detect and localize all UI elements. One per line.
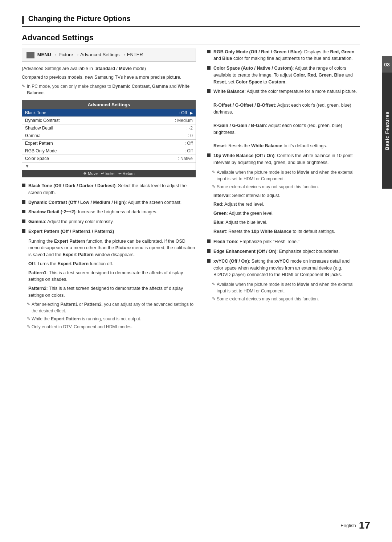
bullet-icon [22,200,25,204]
bullet-icon [207,89,211,93]
table-row[interactable]: Color Space : Native [22,155,196,163]
intro-note2: Compared to previous models, new Samsung… [22,74,196,81]
expert-note3: ✎ Only enabled in DTV, Component and HDM… [27,324,196,330]
xvycc-note1: ✎ Available when the picture mode is set… [212,281,360,294]
bullet-icon [22,219,25,223]
table-row[interactable]: RGB Only Mode : Off [22,147,196,155]
main-content: Changing the Picture Options Advanced Se… [0,0,378,542]
table-footer: ❖ Move ↵ Enter ↩ Return [22,170,196,177]
bullet-black-tone: Black Tone (Off / Dark / Darker / Darkes… [22,182,196,196]
10p-note1: ✎ Available when the picture mode is set… [212,169,360,182]
bullet-gamma: Gamma: Adjust the primary color intensit… [22,218,196,225]
expert-note2: ✎ While the Expert Pattern is running, s… [27,316,196,322]
section-header: Changing the Picture Options [22,15,360,27]
bullet-rgb-only: RGB Only Mode (Off / Red / Green / Blue)… [207,49,360,62]
bullet-icon [207,50,211,53]
intro-note1: (Advanced Settings are available in Stan… [22,65,196,72]
menu-icon: ☰ [26,52,34,58]
table-header: Advanced Settings [22,100,196,109]
expert-note1: ✎ After selecting Pattern1 or Pattern2, … [27,301,196,314]
bullet-icon [207,66,211,70]
bullet-icon [207,153,211,157]
10p-green: Green: Adjust the green level. [213,210,360,217]
xvycc-note2: ✎ Some external devices may not support … [212,296,360,302]
language-label: English [340,523,356,528]
bullet-icon [22,210,25,213]
subsection-title: Advanced Settings [22,33,360,45]
bullet-color-space: Color Space (Auto / Native / Custom): Ad… [207,65,360,85]
10p-reset: Reset: Resets the 10p White Balance to i… [213,228,360,235]
bullet-icon [22,184,25,187]
page-number: 17 [359,520,370,531]
side-tab: 03 Basic Features [378,0,392,542]
page-footer: English 17 [340,520,370,531]
10p-blue: Blue: Adjust the blue level. [213,219,360,226]
bullet-10p-white: 10p White Balance (Off / On): Controls t… [207,152,360,166]
right-column: RGB Only Mode (Off / Red / Green / Blue)… [207,49,360,527]
note-icon: ✎ [212,281,215,287]
table-row[interactable]: Shadow Detail : -2 [22,124,196,132]
note-icon: ✎ [212,296,215,302]
bullet-xvycc: xvYCC (Off / On): Setting the xvYCC mode… [207,258,360,278]
bullet-shadow-detail: Shadow Detail (-2~+2): Increase the brig… [22,209,196,215]
table-row[interactable]: Black Tone : Off ▶ [22,109,196,117]
table-row[interactable]: Expert Pattern : Off [22,140,196,147]
chapter-number: 03 [382,56,392,73]
bullet-icon [207,239,211,243]
bullet-icon [207,249,211,253]
intro-note3: In PC mode, you can only make changes to… [22,83,196,96]
chapter-label: Basic Features [384,111,390,150]
10p-note2: ✎ Some external devices may not support … [212,184,360,190]
expert-pattern-intro: Running the Expert Pattern function, the… [28,238,196,258]
note-icon: ✎ [27,316,30,322]
note-icon: ✎ [212,169,215,175]
page-title: Changing the Picture Options [28,15,131,22]
table-row-scroll: ▼ [22,163,196,170]
table-row[interactable]: Gamma : 0 [22,132,196,140]
two-col-layout: ☰ MENU → Picture → Advanced Settings → E… [22,49,360,527]
bullet-dynamic-contrast: Dynamic Contrast (Off / Low / Medium / H… [22,199,196,206]
10p-interval: Interval: Select interval to adjust. [213,192,360,199]
chapter-bar: Basic Features [382,73,392,189]
10p-red: Red: Adjust the red level. [213,201,360,208]
header-bar [22,16,24,24]
bullet-icon [22,229,25,233]
bullet-icon [207,259,211,263]
expert-pattern1: Pattern1: This is a test screen designed… [28,270,196,283]
left-column: ☰ MENU → Picture → Advanced Settings → E… [22,49,196,527]
note-icon: ✎ [27,324,30,330]
note-icon: ✎ [27,301,30,307]
bullet-white-balance: White Balance: Adjust the color temperat… [207,88,360,149]
bullet-flesh-tone: Flesh Tone: Emphasize pink "Flesh Tone." [207,238,360,245]
expert-off: Off: Turns the Expert Pattern function o… [28,260,196,267]
table-row[interactable]: Dynamic Contrast : Medium [22,117,196,124]
note-icon: ✎ [212,184,215,190]
bullet-expert-pattern: Expert Pattern (Off / Pattern1 / Pattern… [22,228,196,235]
bullet-edge-enhancement: Edge Enhancement (Off / On): Emphasize o… [207,248,360,255]
settings-table: Advanced Settings Black Tone : Off ▶ Dyn… [22,100,196,177]
expert-pattern2: Pattern2: This is a test screen designed… [28,285,196,299]
menu-path-box: ☰ MENU → Picture → Advanced Settings → E… [22,49,196,62]
